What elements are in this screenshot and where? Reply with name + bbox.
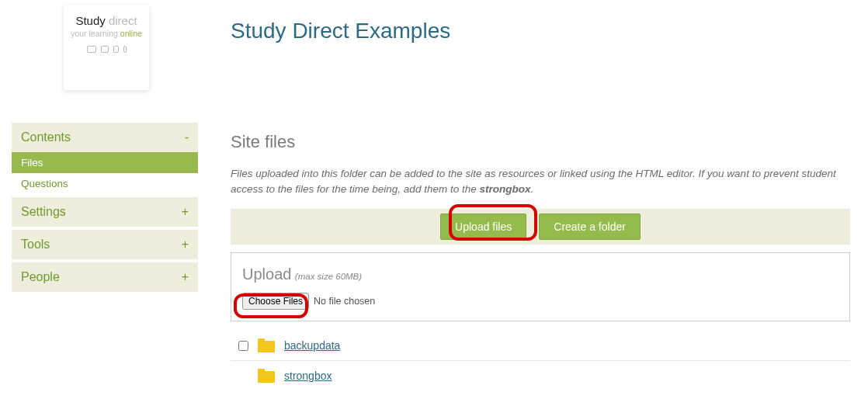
- upload-files-button[interactable]: Upload files: [440, 213, 526, 240]
- sidebar: Contents - Files Questions Settings + To…: [12, 123, 198, 295]
- file-checkbox[interactable]: [238, 341, 248, 351]
- sidebar-block-contents: Contents - Files Questions: [12, 123, 198, 194]
- file-chosen-status: No file chosen: [314, 296, 375, 307]
- folder-link-strongbox[interactable]: strongbox: [284, 370, 332, 382]
- main-content: Site files Files uploaded into this fold…: [231, 132, 850, 390]
- logo-sub-muted: your learning: [71, 29, 118, 38]
- action-bar: Upload files Create a folder: [231, 209, 850, 245]
- logo-title-light: direct: [109, 14, 137, 27]
- expand-icon: +: [182, 205, 189, 219]
- choose-files-button[interactable]: Choose Files: [242, 293, 309, 310]
- upload-panel: Upload (max size 60MB) Choose Files No f…: [231, 252, 850, 321]
- file-row: backupdata: [231, 331, 850, 361]
- sidebar-item-questions[interactable]: Questions: [12, 173, 198, 194]
- sidebar-label: Tools: [21, 238, 50, 252]
- sidebar-head-settings[interactable]: Settings +: [12, 197, 198, 227]
- sidebar-head-people[interactable]: People +: [12, 262, 198, 292]
- logo-title-strong: Study: [75, 14, 105, 27]
- expand-icon: +: [182, 270, 189, 284]
- upload-hint: (max size 60MB): [295, 272, 362, 281]
- logo-card: Study direct your learning online: [64, 5, 149, 90]
- upload-title: Upload: [242, 266, 291, 283]
- sidebar-head-tools[interactable]: Tools +: [12, 230, 198, 259]
- sidebar-block-people: People +: [12, 262, 198, 292]
- sidebar-block-tools: Tools +: [12, 230, 198, 259]
- file-row: strongbox: [231, 361, 850, 390]
- sidebar-label: Contents: [21, 130, 71, 144]
- sidebar-label: People: [21, 270, 60, 284]
- create-folder-button[interactable]: Create a folder: [539, 213, 641, 240]
- checkbox-spacer: [238, 371, 248, 381]
- sidebar-item-files[interactable]: Files: [12, 152, 198, 173]
- section-heading: Site files: [231, 132, 850, 152]
- sidebar-head-contents[interactable]: Contents -: [12, 123, 198, 152]
- collapse-icon: -: [185, 130, 189, 144]
- folder-icon: [258, 338, 275, 352]
- sidebar-label: Settings: [21, 205, 66, 219]
- page-title: Study Direct Examples: [231, 19, 450, 43]
- file-list: backupdata strongbox: [231, 331, 850, 390]
- help-text: Files uploaded into this folder can be a…: [231, 166, 850, 196]
- folder-icon: [258, 369, 275, 383]
- logo-sub-green: online: [120, 29, 142, 38]
- sidebar-block-settings: Settings +: [12, 197, 198, 227]
- expand-icon: +: [182, 238, 189, 252]
- device-icons: [70, 46, 143, 53]
- folder-link-backupdata[interactable]: backupdata: [284, 339, 340, 352]
